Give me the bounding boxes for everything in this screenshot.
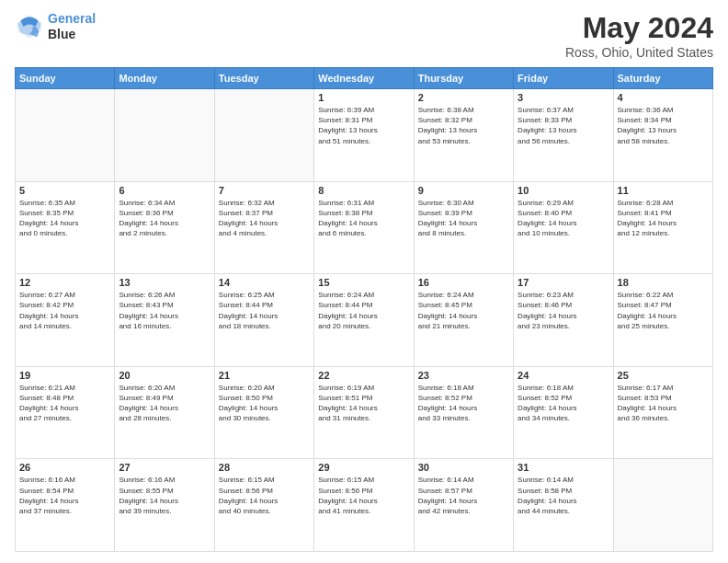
logo-text: General Blue (48, 11, 96, 42)
day-info: Sunrise: 6:30 AMSunset: 8:39 PMDaylight:… (418, 198, 509, 239)
day-header-sunday: Sunday (16, 68, 115, 89)
day-number: 10 (518, 185, 609, 196)
day-info: Sunrise: 6:20 AMSunset: 8:49 PMDaylight:… (119, 383, 210, 424)
day-header-wednesday: Wednesday (314, 68, 414, 89)
header: General Blue May 2024 Ross, Ohio, United… (15, 11, 713, 60)
day-number: 26 (19, 462, 110, 473)
day-info: Sunrise: 6:37 AMSunset: 8:33 PMDaylight:… (518, 105, 609, 146)
calendar-table: SundayMondayTuesdayWednesdayThursdayFrid… (15, 67, 713, 552)
day-number: 17 (518, 277, 609, 288)
day-cell: 4Sunrise: 6:36 AMSunset: 8:34 PMDaylight… (613, 89, 712, 182)
title-block: May 2024 Ross, Ohio, United States (565, 11, 713, 60)
day-number: 11 (618, 185, 709, 196)
logo-line1: General (48, 11, 96, 26)
week-row-3: 12Sunrise: 6:27 AMSunset: 8:42 PMDayligh… (16, 274, 713, 367)
day-info: Sunrise: 6:34 AMSunset: 8:36 PMDaylight:… (119, 198, 210, 239)
day-header-saturday: Saturday (613, 68, 712, 89)
day-info: Sunrise: 6:25 AMSunset: 8:44 PMDaylight:… (219, 290, 310, 331)
day-info: Sunrise: 6:16 AMSunset: 8:54 PMDaylight:… (19, 475, 110, 516)
day-number: 9 (418, 185, 509, 196)
day-info: Sunrise: 6:31 AMSunset: 8:38 PMDaylight:… (318, 198, 409, 239)
day-header-tuesday: Tuesday (214, 68, 313, 89)
day-number: 22 (318, 370, 409, 381)
day-number: 28 (219, 462, 310, 473)
day-info: Sunrise: 6:39 AMSunset: 8:31 PMDaylight:… (318, 105, 409, 146)
logo-line2: Blue (48, 27, 96, 42)
day-number: 23 (418, 370, 509, 381)
day-cell: 18Sunrise: 6:22 AMSunset: 8:47 PMDayligh… (613, 274, 712, 367)
day-number: 14 (219, 277, 310, 288)
day-info: Sunrise: 6:35 AMSunset: 8:35 PMDaylight:… (19, 198, 110, 239)
day-info: Sunrise: 6:21 AMSunset: 8:48 PMDaylight:… (19, 383, 110, 424)
day-cell: 14Sunrise: 6:25 AMSunset: 8:44 PMDayligh… (214, 274, 313, 367)
day-number: 29 (318, 462, 409, 473)
logo: General Blue (15, 11, 96, 42)
day-info: Sunrise: 6:29 AMSunset: 8:40 PMDaylight:… (518, 198, 609, 239)
day-cell: 2Sunrise: 6:38 AMSunset: 8:32 PMDaylight… (414, 89, 513, 182)
day-cell: 6Sunrise: 6:34 AMSunset: 8:36 PMDaylight… (115, 181, 214, 274)
day-info: Sunrise: 6:38 AMSunset: 8:32 PMDaylight:… (418, 105, 509, 146)
day-info: Sunrise: 6:17 AMSunset: 8:53 PMDaylight:… (618, 383, 709, 424)
day-info: Sunrise: 6:26 AMSunset: 8:43 PMDaylight:… (119, 290, 210, 331)
day-cell: 11Sunrise: 6:28 AMSunset: 8:41 PMDayligh… (613, 181, 712, 274)
day-info: Sunrise: 6:18 AMSunset: 8:52 PMDaylight:… (518, 383, 609, 424)
day-number: 31 (518, 462, 609, 473)
day-info: Sunrise: 6:24 AMSunset: 8:44 PMDaylight:… (318, 290, 409, 331)
day-number: 25 (618, 370, 709, 381)
day-cell: 5Sunrise: 6:35 AMSunset: 8:35 PMDaylight… (16, 181, 115, 274)
day-number: 21 (219, 370, 310, 381)
day-info: Sunrise: 6:14 AMSunset: 8:58 PMDaylight:… (518, 475, 609, 516)
day-cell: 16Sunrise: 6:24 AMSunset: 8:45 PMDayligh… (414, 274, 513, 367)
day-number: 2 (418, 92, 509, 103)
day-cell: 23Sunrise: 6:18 AMSunset: 8:52 PMDayligh… (414, 366, 513, 459)
day-info: Sunrise: 6:15 AMSunset: 8:56 PMDaylight:… (318, 475, 409, 516)
day-number: 7 (219, 185, 310, 196)
header-row: SundayMondayTuesdayWednesdayThursdayFrid… (16, 68, 713, 89)
day-cell: 15Sunrise: 6:24 AMSunset: 8:44 PMDayligh… (314, 274, 414, 367)
day-cell: 8Sunrise: 6:31 AMSunset: 8:38 PMDaylight… (314, 181, 414, 274)
day-cell: 24Sunrise: 6:18 AMSunset: 8:52 PMDayligh… (514, 366, 613, 459)
day-number: 24 (518, 370, 609, 381)
day-number: 12 (19, 277, 110, 288)
day-number: 1 (318, 92, 409, 103)
day-cell: 17Sunrise: 6:23 AMSunset: 8:46 PMDayligh… (514, 274, 613, 367)
week-row-1: 1Sunrise: 6:39 AMSunset: 8:31 PMDaylight… (16, 89, 713, 182)
day-number: 3 (518, 92, 609, 103)
day-cell: 9Sunrise: 6:30 AMSunset: 8:39 PMDaylight… (414, 181, 513, 274)
day-number: 27 (119, 462, 210, 473)
calendar-body: 1Sunrise: 6:39 AMSunset: 8:31 PMDaylight… (16, 89, 713, 552)
day-info: Sunrise: 6:19 AMSunset: 8:51 PMDaylight:… (318, 383, 409, 424)
day-number: 13 (119, 277, 210, 288)
day-number: 5 (19, 185, 110, 196)
day-info: Sunrise: 6:20 AMSunset: 8:50 PMDaylight:… (219, 383, 310, 424)
calendar-header: SundayMondayTuesdayWednesdayThursdayFrid… (16, 68, 713, 89)
day-cell: 10Sunrise: 6:29 AMSunset: 8:40 PMDayligh… (514, 181, 613, 274)
day-info: Sunrise: 6:27 AMSunset: 8:42 PMDaylight:… (19, 290, 110, 331)
day-cell (115, 89, 214, 182)
day-cell: 20Sunrise: 6:20 AMSunset: 8:49 PMDayligh… (115, 366, 214, 459)
day-cell: 29Sunrise: 6:15 AMSunset: 8:56 PMDayligh… (314, 459, 414, 552)
day-number: 20 (119, 370, 210, 381)
day-cell: 19Sunrise: 6:21 AMSunset: 8:48 PMDayligh… (16, 366, 115, 459)
day-info: Sunrise: 6:16 AMSunset: 8:55 PMDaylight:… (119, 475, 210, 516)
day-cell: 21Sunrise: 6:20 AMSunset: 8:50 PMDayligh… (214, 366, 313, 459)
day-info: Sunrise: 6:28 AMSunset: 8:41 PMDaylight:… (618, 198, 709, 239)
day-number: 19 (19, 370, 110, 381)
day-info: Sunrise: 6:36 AMSunset: 8:34 PMDaylight:… (618, 105, 709, 146)
day-info: Sunrise: 6:22 AMSunset: 8:47 PMDaylight:… (618, 290, 709, 331)
day-number: 8 (318, 185, 409, 196)
day-cell: 27Sunrise: 6:16 AMSunset: 8:55 PMDayligh… (115, 459, 214, 552)
day-info: Sunrise: 6:32 AMSunset: 8:37 PMDaylight:… (219, 198, 310, 239)
day-number: 6 (119, 185, 210, 196)
day-info: Sunrise: 6:18 AMSunset: 8:52 PMDaylight:… (418, 383, 509, 424)
day-cell (613, 459, 712, 552)
day-cell: 12Sunrise: 6:27 AMSunset: 8:42 PMDayligh… (16, 274, 115, 367)
day-cell: 26Sunrise: 6:16 AMSunset: 8:54 PMDayligh… (16, 459, 115, 552)
day-number: 18 (618, 277, 709, 288)
day-info: Sunrise: 6:23 AMSunset: 8:46 PMDaylight:… (518, 290, 609, 331)
day-cell: 3Sunrise: 6:37 AMSunset: 8:33 PMDaylight… (514, 89, 613, 182)
day-cell: 22Sunrise: 6:19 AMSunset: 8:51 PMDayligh… (314, 366, 414, 459)
week-row-5: 26Sunrise: 6:16 AMSunset: 8:54 PMDayligh… (16, 459, 713, 552)
day-info: Sunrise: 6:14 AMSunset: 8:57 PMDaylight:… (418, 475, 509, 516)
subtitle: Ross, Ohio, United States (565, 45, 713, 60)
